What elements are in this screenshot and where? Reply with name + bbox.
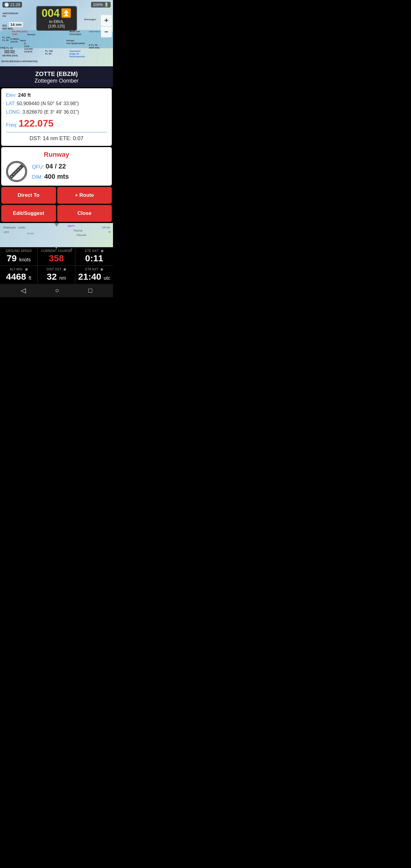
home-button[interactable]: ○ [50, 285, 64, 296]
qfu-value: 04 / 22 [45, 162, 66, 170]
runway-icon [6, 161, 27, 182]
dim-value: 400 mts [44, 173, 69, 180]
divider [6, 132, 107, 132]
zoom-controls: + − [101, 15, 112, 37]
current-course-cell: ▼ CURRENT COURSE 358 T [38, 247, 75, 266]
elev-value: 240 ft [18, 93, 31, 98]
long-value: 3.826670 (E 3° 49' 36.01") [22, 110, 79, 115]
long-row: LONG: 3.826670 (E 3° 49' 36.01") [6, 110, 107, 115]
battery-icon: 🔋 [104, 2, 109, 7]
qfu-row: QFU: 04 / 22 [32, 162, 107, 170]
dist-dst-cell: DIST dst 32 nm [38, 266, 75, 284]
runway-details: QFU: 04 / 22 DIM: 400 mts [32, 162, 107, 181]
clock-icon: 🕐 [4, 2, 9, 7]
alt-msl-cell: ALT MSL 4468 ft [0, 266, 38, 284]
elevation-row: Elev: 240 ft [6, 93, 107, 98]
ete-nxt-value: 0:11 [78, 253, 110, 263]
map-view[interactable]: EIS900 MSL AMSTERDAMFIS FL 195FL 55 E FL… [0, 0, 113, 66]
eta-dot-icon [101, 268, 103, 271]
alt-msl-value: 4468 ft [2, 272, 35, 281]
bottom-stats-row1: GROUND SPEED 79 knots ▼ CURRENT COURSE 3… [0, 247, 113, 266]
map-strip: Phalempin LEO Avelin 14 nm EBTY Tournai … [0, 223, 113, 247]
dim-row: DIM: 400 mts [32, 173, 107, 181]
course-arrow-icon: ▼ [54, 245, 59, 250]
bottom-nav-bar: ◁ ○ □ [0, 284, 113, 297]
freq-value: 122.075 [19, 118, 54, 129]
eta-nxt-cell: ETA nxt 21:40 utc [75, 266, 113, 284]
alt-dot-icon [25, 268, 28, 271]
current-course-value: 358 [40, 253, 73, 263]
heading-box[interactable]: 004 ⏫ to EBUL [135.125] [36, 6, 77, 31]
route-button[interactable]: + Route [57, 187, 112, 204]
map-distance-label: 14 nm [9, 22, 23, 27]
runway-title: Runway [6, 151, 107, 158]
ete-nxt-label: ETE nxt [78, 249, 110, 253]
direct-to-button[interactable]: Direct To [1, 187, 56, 204]
long-label: LONG: [6, 110, 21, 115]
zoom-in-button[interactable]: + [101, 15, 112, 26]
qfu-label: QFU: [32, 164, 44, 170]
eta-nxt-value: 21:40 utc [78, 272, 110, 281]
details-card: Elev: 240 ft LAT: 50.909440 (N 50° 54' 3… [1, 88, 112, 146]
lat-row: LAT: 50.909440 (N 50° 54' 33.98") [6, 101, 107, 106]
edit-suggest-button[interactable]: Edit/Suggest [1, 205, 56, 222]
back-button[interactable]: ◁ [16, 285, 31, 296]
eta-nxt-label: ETA nxt [78, 268, 110, 271]
freq-row: Freq: 122.075 [6, 118, 107, 129]
ground-speed-label: GROUND SPEED [2, 249, 35, 253]
heading-freq: [135.125] [41, 24, 71, 28]
dist-dst-label: DIST dst [40, 268, 73, 271]
ground-speed-cell: GROUND SPEED 79 knots [0, 247, 38, 266]
close-button[interactable]: Close [57, 205, 112, 222]
runway-card: Runway QFU: 04 / 22 DIM: 400 mts [1, 147, 112, 186]
dist-dst-value: 32 nm [40, 272, 73, 281]
freq-label: Freq: [6, 122, 17, 127]
airport-name: Zottegem Oomber [2, 78, 110, 84]
airport-icao: ZOTTE (EBZM) [2, 70, 110, 78]
bottom-stats-row2: ALT MSL 4468 ft DIST dst 32 nm ETA nxt 2… [0, 266, 113, 284]
action-buttons: Direct To + Route Edit/Suggest Close [1, 187, 112, 222]
double-chevron-up-icon: ⏫ [61, 9, 71, 18]
recent-apps-button[interactable]: □ [84, 285, 97, 296]
alt-msl-label: ALT MSL [2, 268, 35, 271]
true-course-label: T [70, 248, 73, 252]
heading-number: 004 [41, 8, 60, 19]
airport-info-panel: ZOTTE (EBZM) Zottegem Oomber [0, 66, 113, 87]
dim-label: DIM: [32, 174, 43, 180]
zoom-out-button[interactable]: − [101, 27, 112, 37]
status-battery: 100% 🔋 [91, 2, 110, 7]
elev-label: Elev: [6, 93, 17, 98]
lat-value: 50.909440 (N 50° 54' 33.98") [17, 101, 78, 106]
dst-ete-row: DST: 14 nm ETE: 0:07 [6, 135, 107, 142]
dist-dot-icon [64, 268, 66, 271]
ete-dot-icon [101, 250, 103, 252]
status-time: 🕐 21:29 [2, 2, 22, 7]
lat-label: LAT: [6, 101, 15, 106]
heading-dest: to EBUL [41, 19, 71, 24]
ete-nxt-cell: ETE nxt 0:11 [75, 247, 113, 266]
ground-speed-value: 79 knots [2, 253, 35, 263]
